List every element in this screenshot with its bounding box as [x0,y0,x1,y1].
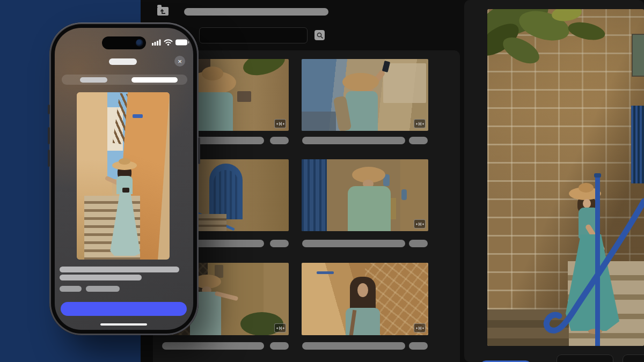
find-similar-badge[interactable] [414,119,426,128]
find-similar-badge[interactable] [414,323,426,333]
power-button [198,137,200,164]
volume-up-button [48,127,50,144]
dynamic-island [102,36,146,49]
price-placeholder [270,240,289,247]
foliage-shape [240,59,288,79]
door-bars-shape [214,170,238,219]
find-similar-icon [416,121,424,127]
cta-button[interactable] [61,302,187,316]
caption-placeholder [302,137,405,144]
phone-screen: × [55,28,193,330]
text-placeholder [60,267,179,272]
wifi-icon [164,39,173,46]
price-placeholder [409,240,428,247]
search-input[interactable] [199,27,308,43]
iphone-mockup: × [49,23,199,335]
result-photo-6[interactable] [302,263,428,335]
breadcrumb-placeholder [184,8,328,16]
tab-inactive[interactable] [80,77,107,83]
mint-dress-shape [348,186,391,231]
promo-composition: × [0,0,644,362]
price-placeholder [409,342,428,350]
result-photo-2[interactable] [302,59,428,131]
blue-lamp-shape [133,114,143,118]
tab-active[interactable] [131,77,178,83]
find-similar-icon [276,121,284,127]
blue-gate-bars-shape [302,159,327,231]
search-button[interactable] [314,30,325,40]
home-indicator[interactable] [100,323,147,326]
hat-crown-shape [202,67,223,80]
straw-hat-shape [342,73,379,91]
camera-shape [122,188,129,193]
sheet-title-placeholder [109,58,137,65]
battery-icon [175,39,189,46]
folder-up-icon [159,8,167,14]
secondary-action-button[interactable] [557,354,613,362]
find-similar-icon [416,326,424,331]
tertiary-action-button[interactable] [623,354,644,362]
mailbox-shape [237,91,251,102]
sheet-photo[interactable] [77,92,170,260]
magnifier-icon [316,32,324,39]
close-icon: × [178,58,182,65]
close-button[interactable]: × [174,56,185,67]
blue-pipe-shape [317,271,334,274]
caption-placeholder [302,240,405,247]
find-similar-badge[interactable] [414,219,426,228]
detail-photo[interactable] [487,9,644,346]
action-button [48,105,50,114]
price-placeholder [409,137,428,144]
skyline-shape [302,112,336,131]
price-placeholder [270,137,289,144]
find-similar-badge[interactable] [274,323,286,333]
price-placeholder [270,342,289,350]
chip-placeholder [60,286,82,292]
find-similar-icon [416,221,424,227]
blue-railing-shape [487,9,644,346]
caption-placeholder [162,342,264,350]
volume-down-button [48,150,50,167]
face-shape [357,283,368,297]
cellular-signal-icon [152,39,162,46]
lamp-shape [401,189,407,200]
building-shape [383,63,426,103]
result-photo-4[interactable] [302,159,428,231]
teal-dress-shape [193,92,233,131]
chip-placeholder [86,286,120,292]
folder-tab-shape [157,5,162,7]
background-app-window [141,0,644,362]
up-level-button[interactable] [157,7,169,16]
text-placeholder [60,275,142,280]
front-camera-icon [136,39,143,47]
caption-placeholder [302,342,405,350]
segmented-control [62,75,187,85]
find-similar-badge[interactable] [274,119,286,128]
find-similar-icon [276,326,284,331]
